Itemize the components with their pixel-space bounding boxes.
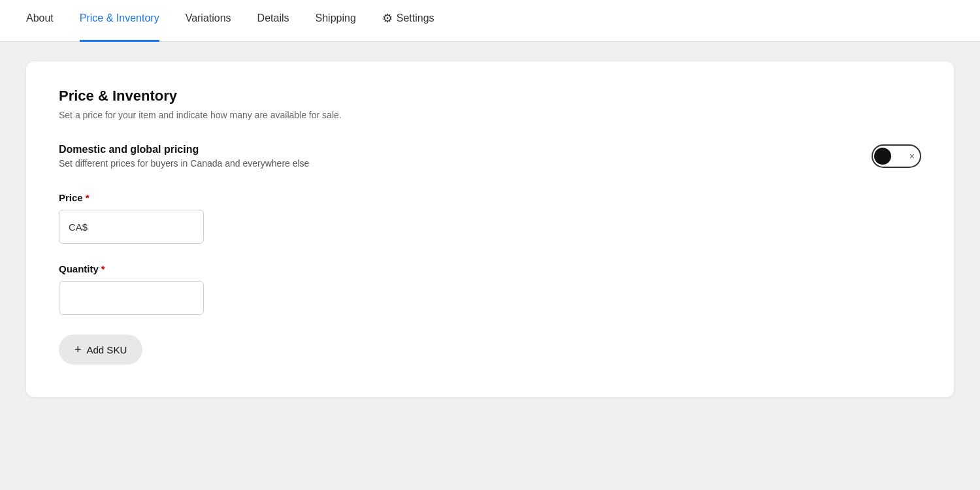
domestic-pricing-toggle[interactable]: ×: [872, 144, 921, 168]
quantity-field-section: Quantity *: [59, 263, 921, 315]
tab-details[interactable]: Details: [257, 0, 289, 42]
domestic-pricing-text: Domestic and global pricing Set differen…: [59, 144, 309, 169]
add-sku-button[interactable]: + Add SKU: [59, 335, 142, 365]
tab-shipping[interactable]: Shipping: [316, 0, 356, 42]
main-content: Price & Inventory Set a price for your i…: [0, 42, 980, 490]
domestic-pricing-sublabel: Set different prices for buyers in Canad…: [59, 158, 309, 169]
domestic-pricing-row: Domestic and global pricing Set differen…: [59, 144, 921, 169]
price-field-section: Price *: [59, 192, 921, 244]
quantity-required-star: *: [101, 263, 105, 274]
tab-variations[interactable]: Variations: [186, 0, 231, 42]
card-title: Price & Inventory: [59, 88, 921, 105]
domestic-pricing-label: Domestic and global pricing: [59, 144, 309, 155]
tab-settings[interactable]: ⚙ Settings: [382, 0, 434, 42]
top-nav: About Price & Inventory Variations Detai…: [0, 0, 980, 42]
price-input[interactable]: [59, 210, 204, 244]
quantity-label: Quantity *: [59, 263, 921, 274]
toggle-knob: [874, 148, 891, 165]
price-label: Price *: [59, 192, 921, 203]
card-subtitle: Set a price for your item and indicate h…: [59, 110, 921, 120]
gear-icon: ⚙: [382, 11, 393, 25]
tab-about[interactable]: About: [26, 0, 54, 42]
price-inventory-card: Price & Inventory Set a price for your i…: [26, 61, 954, 397]
tab-price-inventory[interactable]: Price & Inventory: [80, 0, 159, 42]
plus-icon: +: [74, 344, 82, 355]
price-required-star: *: [86, 192, 90, 203]
add-sku-label: Add SKU: [87, 344, 127, 355]
quantity-input[interactable]: [59, 281, 204, 315]
toggle-x-icon: ×: [909, 151, 915, 161]
